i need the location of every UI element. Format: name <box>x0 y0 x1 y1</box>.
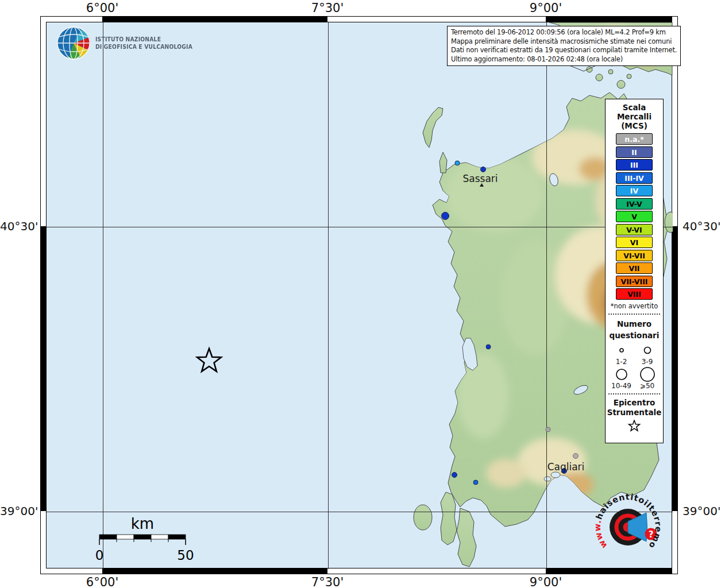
axis-label-top-730: 7°30' <box>311 1 344 15</box>
axis-label-left-3900: 39°00' <box>0 504 38 518</box>
scale-bar-max: 50 <box>177 548 194 563</box>
legend-footnote: *non avvertito <box>606 302 663 310</box>
legend-swatch: III-IV <box>616 172 653 184</box>
seismic-intensity-map-page: 6°00' 7°30' 9°00' 6°00' 7°30' 9°00' 40°3… <box>0 0 721 588</box>
intensity-point <box>486 345 491 349</box>
watermark-tld: .it <box>47 22 49 24</box>
epicenter-star <box>197 349 221 372</box>
map-svg: Sassari Cagliari km 0 50 <box>47 22 673 569</box>
questionnaire-size-item: ⩾50 <box>634 366 660 390</box>
legend-swatch: II <box>616 146 653 158</box>
legend-swatch: IV <box>616 185 653 196</box>
frame-segment <box>546 16 672 22</box>
questionnaire-title-line2: questionari <box>606 330 663 341</box>
questionnaire-size-item: 1-2 <box>608 342 634 366</box>
frame-segment <box>40 226 46 511</box>
legend-swatch: IV-V <box>616 198 653 210</box>
legend-swatch: VI <box>616 237 653 248</box>
epicenter-title-line1: Epicentro <box>606 398 663 408</box>
axis-label-bottom-730: 7°30' <box>311 575 344 588</box>
earthquake-info-box: Terremoto del 19-06-2012 00:09:56 (ora l… <box>447 26 681 66</box>
info-line-update: Ultimo aggiornamento: 08-01-2026 02:48 (… <box>451 55 677 64</box>
legend-panel: Scala Mercalli (MCS) n.a.*IIIIIIII-IVIVI… <box>605 99 664 443</box>
frame-segment <box>102 16 327 22</box>
ingv-globe-icon <box>56 26 91 60</box>
axis-label-top-9: 9°00' <box>530 1 562 15</box>
questionnaire-size-item: 3-9 <box>634 342 660 366</box>
institute-name-line2: DI GEOFISICA E VULCANOLOGIA <box>95 43 192 51</box>
info-line-maptype: Mappa preliminare delle intensità macros… <box>451 37 677 47</box>
intensity-point <box>481 167 486 172</box>
axis-label-bottom-9: 9°00' <box>530 575 562 588</box>
institute-name-line1: ISTITUTO NAZIONALE <box>95 36 192 43</box>
questionnaire-size-item: 10-49 <box>608 366 634 390</box>
info-line-event: Terremoto del 19-06-2012 00:09:56 (ora l… <box>451 28 677 37</box>
legend-title-line3: (MCS) <box>606 121 663 130</box>
ingv-logo: ISTITUTO NAZIONALE DI GEOFISICA E VULCAN… <box>56 26 206 60</box>
axis-label-left-4030: 40°30' <box>0 219 38 233</box>
axis-label-top-6: 6°00' <box>86 1 118 15</box>
legend-swatch: III <box>616 159 653 171</box>
intensity-point <box>573 454 579 459</box>
scale-bar-min: 0 <box>95 548 104 563</box>
questionnaire-size-label: 3-9 <box>634 358 660 366</box>
axis-label-right-4030: 40°30' <box>683 219 720 233</box>
intensity-point <box>452 473 457 478</box>
mercalli-scale-swatches: n.a.*IIIIIIII-IVIVIV-VVV-VIVIVI-VIIVIIVI… <box>606 133 663 300</box>
legend-swatch: VIII <box>616 288 653 300</box>
city-label-cagliari: Cagliari <box>548 461 585 473</box>
legend-swatch: VII <box>616 262 653 274</box>
questionnaire-size-label: 1-2 <box>608 358 634 366</box>
city-label-sassari: Sassari <box>462 173 498 184</box>
frame-segment <box>672 226 678 511</box>
frame-segment <box>102 568 327 574</box>
questionnaire-title-line1: Numero <box>606 318 663 330</box>
legend-swatch: VI-VII <box>616 250 653 261</box>
questionnaire-size-label: 10-49 <box>608 382 634 390</box>
questionnaire-size-grid: 1-23-910-49⩾50 <box>606 342 663 390</box>
intensity-point <box>473 480 478 485</box>
intensity-point <box>546 427 550 432</box>
legend-divider <box>608 393 660 394</box>
intensity-point <box>442 212 449 220</box>
epicenter-star-icon <box>606 420 663 435</box>
frame-segment <box>546 568 672 574</box>
axis-label-right-3900: 39°00' <box>683 504 720 518</box>
axis-label-bottom-6: 6°00' <box>86 575 118 588</box>
legend-title-line2: Mercalli <box>606 112 663 121</box>
scale-bar-unit: km <box>131 515 154 532</box>
legend-title-line1: Scala <box>606 103 663 112</box>
legend-swatch: VII-VIII <box>616 276 653 287</box>
scale-bar: km 0 50 <box>95 515 194 563</box>
epicenter-title-line2: Strumentale <box>606 408 663 417</box>
legend-swatch: V-VI <box>616 224 653 235</box>
legend-divider <box>608 314 660 315</box>
map-canvas: Sassari Cagliari km 0 50 <box>46 22 672 568</box>
questionnaire-size-label: ⩾50 <box>634 382 660 390</box>
legend-swatch: n.a.* <box>616 133 653 145</box>
info-line-data: Dati non verificati estratti da 19 quest… <box>451 46 677 55</box>
intensity-point <box>455 161 460 165</box>
legend-swatch: V <box>616 211 653 222</box>
watermark-www: www. <box>593 519 609 550</box>
